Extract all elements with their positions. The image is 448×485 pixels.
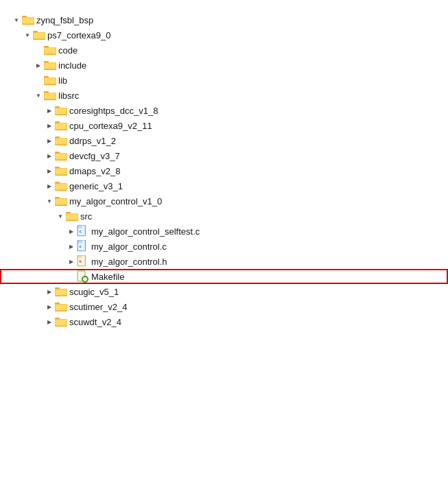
expander-icon[interactable] <box>44 120 55 131</box>
svg-rect-35 <box>56 139 67 144</box>
expander-icon[interactable] <box>44 301 55 312</box>
tree-item-scugic[interactable]: scugic_v5_1 <box>0 284 448 299</box>
expander-icon[interactable] <box>66 241 77 252</box>
folder-icon <box>44 90 56 101</box>
expander-icon[interactable] <box>66 226 77 237</box>
svg-rect-19 <box>45 78 56 84</box>
svg-rect-11 <box>45 48 56 54</box>
tree-item-src[interactable]: src <box>0 209 448 224</box>
expander-icon[interactable] <box>44 135 55 146</box>
c-file-icon: c <box>77 241 89 252</box>
expander-icon[interactable] <box>44 150 55 161</box>
expander-icon[interactable] <box>44 105 55 116</box>
item-label: code <box>58 45 78 56</box>
folder-icon <box>44 75 56 86</box>
tree-item-coresightps[interactable]: coresightps_dcc_v1_8 <box>0 103 448 118</box>
tree-item-lib[interactable]: lib <box>0 73 448 88</box>
expander-icon[interactable] <box>22 29 33 40</box>
item-label: scutimer_v2_4 <box>69 302 128 312</box>
tree-item-generic[interactable]: generic_v3_1 <box>0 178 448 193</box>
tree-item-scutimer[interactable]: scutimer_v2_4 <box>0 299 448 314</box>
item-label: my_algor_control_v1_0 <box>69 196 162 206</box>
item-label: generic_v3_1 <box>69 181 123 191</box>
tree-item-libsrc[interactable]: libsrc <box>0 88 448 103</box>
folder-icon <box>22 14 34 25</box>
svg-point-67 <box>83 277 87 281</box>
c-file-icon: c <box>77 226 89 237</box>
svg-rect-51 <box>56 199 67 204</box>
svg-rect-57 <box>78 225 82 228</box>
svg-rect-83 <box>56 305 67 310</box>
svg-rect-63 <box>78 255 82 259</box>
expander-icon[interactable] <box>44 196 55 206</box>
svg-text:c: c <box>79 244 81 248</box>
tree-item-algor-c[interactable]: c my_algor_control.c <box>0 239 448 254</box>
makefile-icon <box>77 270 89 283</box>
expander-icon[interactable] <box>44 180 55 191</box>
folder-icon <box>55 150 67 161</box>
folder-icon <box>55 135 67 146</box>
item-label: cpu_cortexa9_v2_11 <box>69 121 152 131</box>
svg-rect-47 <box>56 184 67 189</box>
svg-rect-3 <box>23 18 34 23</box>
svg-text:h: h <box>79 259 81 263</box>
tree-item-makefile[interactable]: Makefile <box>0 269 448 284</box>
expander-icon[interactable] <box>44 286 55 297</box>
item-label: my_algor_control.h <box>91 257 167 267</box>
expander-icon[interactable] <box>44 165 55 176</box>
item-label: libsrc <box>58 91 79 101</box>
tree-item-cpu_cortexa9[interactable]: cpu_cortexa9_v2_11 <box>0 118 448 133</box>
tree-item-dmaps[interactable]: dmaps_v2_8 <box>0 163 448 178</box>
tree-item-ddrps[interactable]: ddrps_v1_2 <box>0 133 448 148</box>
item-label: scugic_v5_1 <box>69 287 119 297</box>
svg-text:c: c <box>79 229 81 233</box>
svg-rect-68 <box>84 276 86 277</box>
item-label: scuwdt_v2_4 <box>69 317 121 327</box>
svg-rect-69 <box>84 281 86 283</box>
tree-item-devcfg[interactable]: devcfg_v3_7 <box>0 148 448 163</box>
expander-icon[interactable] <box>11 14 22 25</box>
expander-icon[interactable] <box>33 60 44 71</box>
svg-rect-43 <box>56 169 67 174</box>
folder-icon <box>55 165 67 176</box>
tree-item-code[interactable]: code <box>0 43 448 58</box>
item-label: my_algor_control.c <box>91 241 167 252</box>
tree-item-selftest-c[interactable]: c my_algor_control_selftest.c <box>0 224 448 239</box>
folder-icon <box>44 45 56 56</box>
svg-rect-39 <box>56 154 67 159</box>
svg-rect-60 <box>78 240 82 244</box>
item-label: Makefile <box>91 272 124 282</box>
item-label: ps7_cortexa9_0 <box>47 30 111 40</box>
item-label: devcfg_v3_7 <box>69 151 120 161</box>
tree-item-zynq_fsbl_bsp[interactable]: zynq_fsbl_bsp <box>0 12 448 27</box>
folder-icon <box>55 180 67 191</box>
item-label: coresightps_dcc_v1_8 <box>69 106 158 116</box>
svg-rect-7 <box>34 33 45 38</box>
folder-icon <box>55 316 67 327</box>
svg-rect-87 <box>56 320 67 325</box>
tree-item-ps7_cortexa9_0[interactable]: ps7_cortexa9_0 <box>0 27 448 43</box>
h-file-icon: h <box>77 256 89 267</box>
file-tree: zynq_fsbl_bsp ps7_cortexa9_0 code <box>0 7 448 335</box>
tree-item-include[interactable]: include <box>0 58 448 73</box>
svg-rect-31 <box>56 123 67 129</box>
svg-rect-15 <box>45 63 56 69</box>
tree-item-scuwdt[interactable]: scuwdt_v2_4 <box>0 314 448 329</box>
svg-rect-23 <box>45 93 56 99</box>
expander-icon[interactable] <box>44 316 55 327</box>
expander-icon[interactable] <box>66 256 77 267</box>
svg-rect-79 <box>56 289 67 295</box>
expander-icon[interactable] <box>55 211 66 222</box>
svg-rect-27 <box>56 108 67 114</box>
folder-icon <box>33 29 45 40</box>
tree-item-algor-h[interactable]: h my_algor_control.h <box>0 254 448 269</box>
tree-item-my_algor_control[interactable]: my_algor_control_v1_0 <box>0 193 448 209</box>
svg-rect-55 <box>67 214 78 220</box>
item-label: include <box>58 60 86 71</box>
folder-icon <box>55 120 67 131</box>
expander-icon[interactable] <box>33 90 44 101</box>
svg-rect-70 <box>82 279 83 280</box>
item-label: my_algor_control_selftest.c <box>91 226 200 237</box>
folder-icon <box>55 301 67 312</box>
item-label: src <box>80 211 92 222</box>
